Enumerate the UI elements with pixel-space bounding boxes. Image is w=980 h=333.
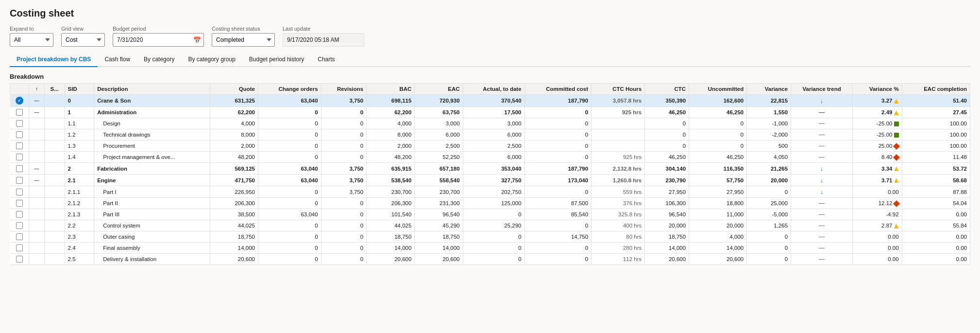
costing-status-select[interactable]: CompletedIn progressNot started [212, 33, 275, 47]
expand-icon[interactable]: — [34, 178, 39, 183]
row-check[interactable] [10, 186, 29, 198]
col-header-ctc[interactable]: CTC [645, 84, 689, 95]
table-row[interactable]: 1.4Project management & ove...48,2000048… [10, 152, 970, 163]
row-check[interactable] [10, 163, 29, 175]
col-header-uncommitted[interactable]: Uncommitted [689, 84, 747, 95]
row-sid: 2.1.1 [65, 186, 94, 198]
col-header-bac[interactable]: BAC [367, 84, 415, 95]
grid-view-label: Grid view [61, 26, 105, 32]
col-header-variance_pct[interactable]: Variance % [853, 84, 902, 95]
table-row[interactable]: —1Administration62,2000062,20063,75017,5… [10, 107, 970, 118]
table-row[interactable]: —2.1Engine471,75063,0403,750538,540558,5… [10, 175, 970, 186]
row-expand[interactable] [29, 140, 45, 152]
tab-budget-period-history[interactable]: Budget period history [242, 53, 311, 67]
row-expand[interactable]: — [29, 163, 45, 175]
col-header-quote[interactable]: Quote [210, 84, 258, 95]
row-expand[interactable] [29, 243, 45, 254]
row-expand[interactable] [29, 198, 45, 209]
table-row[interactable]: 2.1.1Part I226,95003,750230,700230,70020… [10, 186, 970, 198]
col-header-eac[interactable]: EAC [415, 84, 463, 95]
row-expand[interactable]: — [29, 175, 45, 186]
col-header-eac_completion[interactable]: EAC completion [902, 84, 970, 95]
badge-yellow-icon [894, 178, 899, 183]
row-check[interactable] [10, 243, 29, 254]
table-row[interactable]: 2.4Final assembly14,0000014,00014,000002… [10, 243, 970, 254]
table-row[interactable]: —2Fabrication569,12563,0403,750635,91565… [10, 163, 970, 175]
col-header-committed_cost[interactable]: Committed cost [524, 84, 591, 95]
row-variance: 0 [747, 243, 791, 254]
expand-icon[interactable]: — [34, 166, 39, 172]
row-check[interactable] [10, 198, 29, 209]
row-check[interactable] [10, 254, 29, 265]
table-row[interactable]: 2.1.3Part III38,50063,0400101,54096,5400… [10, 209, 970, 220]
row-expand[interactable] [29, 118, 45, 129]
row-expand[interactable]: — [29, 95, 45, 107]
trend-dash-icon: — [819, 109, 825, 116]
col-header-expand[interactable]: ↑ [29, 84, 45, 95]
col-header-ctc_hours[interactable]: CTC Hours [591, 84, 645, 95]
row-check[interactable] [10, 129, 29, 140]
table-row[interactable]: ✓—0Crane & Son631,32563,0403,750698,1157… [10, 95, 970, 107]
table-row[interactable]: 2.1.2Part II206,30000206,300231,300125,0… [10, 198, 970, 209]
row-expand[interactable]: — [29, 107, 45, 118]
col-header-s[interactable]: S... [44, 84, 65, 95]
col-header-revisions[interactable]: Revisions [321, 84, 367, 95]
checkbox[interactable] [16, 245, 23, 251]
checkbox[interactable] [16, 142, 23, 149]
row-expand[interactable] [29, 152, 45, 163]
table-row[interactable]: 2.5Delivery & installation20,6000020,600… [10, 254, 970, 265]
checkbox[interactable] [16, 189, 23, 195]
checkbox[interactable] [16, 177, 23, 184]
checkbox[interactable] [16, 233, 23, 240]
row-expand[interactable] [29, 186, 45, 198]
expand-icon[interactable]: — [34, 110, 39, 115]
expand-to-select[interactable]: AllLevel 1Level 2Level 3 [10, 33, 53, 47]
col-header-variance_trend[interactable]: Variance trend [791, 84, 853, 95]
grid-view-select[interactable]: CostHoursBoth [61, 33, 105, 47]
table-row[interactable]: 1.3Procurement2,000002,0002,5002,5000005… [10, 140, 970, 152]
checkbox[interactable] [16, 200, 23, 207]
row-check[interactable] [10, 220, 29, 231]
checkbox[interactable] [16, 131, 23, 138]
row-uncommitted: 0 [689, 140, 747, 152]
row-expand[interactable] [29, 220, 45, 231]
row-check[interactable] [10, 209, 29, 220]
col-header-variance[interactable]: Variance [747, 84, 791, 95]
row-check[interactable] [10, 175, 29, 186]
budget-period-input[interactable] [113, 33, 204, 47]
checkbox[interactable] [16, 109, 23, 116]
table-row[interactable]: 2.3Outer casing18,7500018,75018,750014,7… [10, 231, 970, 243]
col-header-check[interactable] [10, 84, 29, 95]
col-header-description[interactable]: Description [94, 84, 210, 95]
table-row[interactable]: 2.2Control system44,0250044,02545,29025,… [10, 220, 970, 231]
checkbox[interactable] [16, 120, 23, 127]
row-check[interactable] [10, 140, 29, 152]
checkbox[interactable] [16, 211, 23, 218]
row-committed-cost: 0 [524, 254, 591, 265]
tab-project-breakdown-by-cbs[interactable]: Project breakdown by CBS [10, 53, 98, 67]
col-header-change_orders[interactable]: Change orders [258, 84, 321, 95]
row-expand[interactable] [29, 129, 45, 140]
expand-icon[interactable]: — [34, 98, 39, 104]
table-row[interactable]: 1.2Technical drawings8,000008,0006,0006,… [10, 129, 970, 140]
table-row[interactable]: 1.1Design4,000004,0003,0003,000000-1,000… [10, 118, 970, 129]
checkbox[interactable] [16, 165, 23, 172]
checkbox[interactable] [16, 154, 23, 160]
tab-by-category-group[interactable]: By category group [181, 53, 242, 67]
tab-by-category[interactable]: By category [137, 53, 181, 67]
row-expand[interactable] [29, 209, 45, 220]
row-check[interactable] [10, 152, 29, 163]
col-header-sid[interactable]: SID [65, 84, 94, 95]
tab-cash-flow[interactable]: Cash flow [98, 53, 137, 67]
col-header-actual_to_date[interactable]: Actual, to date [463, 84, 524, 95]
row-check[interactable] [10, 231, 29, 243]
row-check[interactable]: ✓ [10, 95, 29, 107]
checkbox[interactable] [16, 222, 23, 229]
row-s [44, 95, 65, 107]
row-expand[interactable] [29, 231, 45, 243]
tab-charts[interactable]: Charts [311, 53, 341, 67]
row-check[interactable] [10, 107, 29, 118]
row-expand[interactable] [29, 254, 45, 265]
checkbox[interactable] [16, 256, 23, 263]
row-check[interactable] [10, 118, 29, 129]
